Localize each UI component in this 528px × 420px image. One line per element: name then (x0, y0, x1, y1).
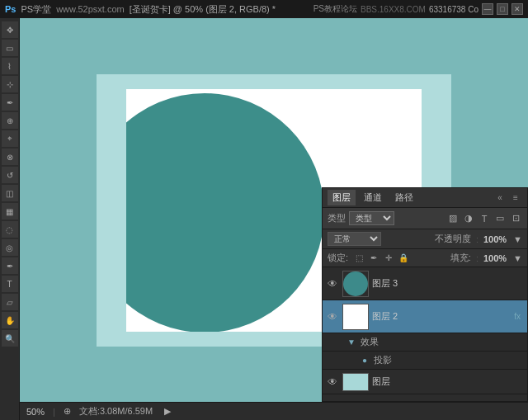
panel-menu-button[interactable]: ≡ (509, 191, 522, 205)
opacity-value: 100% (483, 234, 507, 244)
eyedrop-tool[interactable]: ✒ (2, 94, 18, 111)
layer-item-2[interactable]: 👁 图层 2 fx (323, 300, 527, 333)
effects-label: 效果 (361, 336, 379, 348)
type-filter-icons: ▨ ◑ T ▭ ⊡ (446, 212, 522, 225)
tools-panel: ✥ ▭ ⌇ ⊹ ✒ ⊕ ⌖ ⊗ ↺ ◫ ▦ ◌ ◎ ✒ T ▱ ✋ 🔍 (0, 18, 20, 420)
dodge-tool[interactable]: ◎ (2, 239, 18, 256)
layers-panel-header: 图层 通道 路径 « ≡ (323, 188, 527, 208)
drop-shadow-icon: ● (359, 355, 370, 366)
lock-row: 锁定: ⬚ ✒ ✛ 🔒 填充: : 100% ▼ (323, 249, 527, 267)
status-arrow: ▶ (164, 406, 171, 417)
title-bar-left: Ps PS学堂 www.52psxt.com [圣诞贺卡] @ 50% (图层 … (5, 3, 276, 16)
shape-tool[interactable]: ▱ (2, 294, 18, 310)
gradient-tool[interactable]: ▦ (2, 203, 18, 219)
lock-pixels-icon[interactable]: ✒ (368, 252, 380, 264)
layer-item-1[interactable]: 👁 图层 (323, 370, 527, 394)
fill-arrow-icon: ▼ (513, 253, 522, 263)
title-bar-right: PS教程论坛 BBS.16XX8.COM 63316738 Co — □ ✕ (314, 3, 523, 15)
user-id: 63316738 Co (429, 5, 478, 14)
drop-shadow-label: 投影 (374, 354, 392, 366)
layer-1-visibility-toggle[interactable]: 👁 (326, 375, 339, 389)
fill-label: 填充: (450, 252, 471, 264)
lock-all-icon[interactable]: 🔒 (398, 252, 409, 264)
fill-value: 100% (483, 253, 507, 263)
doc-title: [圣诞贺卡] @ 50% (图层 2, RGB/8) * (130, 3, 276, 16)
tab-layers[interactable]: 图层 (328, 190, 356, 205)
blend-mode-row: 正常 不透明度 : 100% ▼ (323, 229, 527, 249)
layer-item-3[interactable]: 👁 图层 3 (323, 267, 527, 300)
opacity-arrow-icon: ▼ (513, 234, 522, 244)
layer-3-thumbnail (342, 271, 369, 297)
type-filter-label: 类型 (328, 212, 346, 224)
heal-tool[interactable]: ⊕ (2, 112, 18, 129)
title-bar: Ps PS学堂 www.52psxt.com [圣诞贺卡] @ 50% (图层 … (0, 0, 528, 18)
lock-icons-group: ⬚ ✒ ✛ 🔒 (353, 252, 409, 264)
lock-position-icon[interactable]: ✛ (383, 252, 394, 264)
close-button[interactable]: ✕ (512, 3, 523, 15)
layer-type-row: 类型 类型 ▨ ◑ T ▭ ⊡ (323, 208, 527, 229)
app-name: PS学堂 (21, 3, 51, 16)
layer-3-thumb-content (343, 271, 368, 296)
effects-expand-icon[interactable]: ▼ (346, 337, 357, 348)
layers-list[interactable]: 👁 图层 3 👁 图层 2 fx ▼ (323, 267, 527, 401)
layer-1-thumb-content (343, 374, 368, 390)
hand-tool[interactable]: ✋ (2, 312, 18, 328)
zoom-level: 50% (26, 407, 45, 417)
tab-channels[interactable]: 通道 (359, 190, 387, 205)
canvas-area: 50% | ⊕ 文档:3.08M/6.59M ▶ 图层 通道 路径 « ≡ 类型 (20, 18, 528, 420)
status-icon: ⊕ (64, 406, 71, 417)
type-tool[interactable]: T (2, 276, 18, 292)
tab-paths[interactable]: 路径 (390, 190, 418, 205)
site-url: www.52psxt.com (56, 4, 125, 14)
forum-sub: BBS.16XX8.COM (361, 5, 426, 14)
filter-pixel-icon[interactable]: ▨ (446, 212, 460, 225)
panel-icon-group: « ≡ (493, 191, 522, 205)
maximize-button[interactable]: □ (497, 3, 508, 15)
crop-tool[interactable]: ⊹ (2, 76, 18, 92)
forum-name: PS教程论坛 (314, 3, 357, 15)
filter-smart-icon[interactable]: ⊡ (509, 212, 522, 225)
layers-panel: 图层 通道 路径 « ≡ 类型 类型 ▨ ◑ T ▭ ⊡ (322, 187, 528, 402)
doc-size: 文档:3.08M/6.59M (79, 405, 153, 418)
layer-2-visibility-toggle[interactable]: 👁 (326, 310, 339, 323)
brush-tool[interactable]: ⌖ (2, 130, 18, 147)
layer-3-name: 图层 3 (372, 277, 524, 290)
status-bar: 50% | ⊕ 文档:3.08M/6.59M ▶ (20, 402, 528, 420)
layer-2-thumbnail (342, 304, 369, 330)
layer-3-visibility-toggle[interactable]: 👁 (326, 277, 339, 290)
filter-shape-icon[interactable]: ▭ (493, 212, 507, 225)
filter-adjust-icon[interactable]: ◑ (462, 212, 475, 225)
clone-tool[interactable]: ⊗ (2, 149, 18, 165)
lasso-tool[interactable]: ⌇ (2, 58, 18, 74)
filter-type-icon[interactable]: T (478, 212, 491, 225)
select-tool[interactable]: ▭ (2, 40, 18, 56)
layer-2-effects-group[interactable]: ▼ 效果 (323, 333, 527, 352)
main-area: ✥ ▭ ⌇ ⊹ ✒ ⊕ ⌖ ⊗ ↺ ◫ ▦ ◌ ◎ ✒ T ▱ ✋ 🔍 (0, 18, 528, 420)
layer-1-name: 图层 (372, 375, 524, 388)
collapse-panel-button[interactable]: « (493, 191, 507, 205)
blend-mode-select[interactable]: 正常 (328, 232, 381, 246)
pen-tool[interactable]: ✒ (2, 257, 18, 274)
ps-logo: Ps (5, 4, 16, 14)
history-tool[interactable]: ↺ (2, 167, 18, 183)
zoom-tool[interactable]: 🔍 (2, 330, 18, 347)
minimize-button[interactable]: — (482, 3, 493, 15)
status-separator: | (53, 407, 55, 417)
move-tool[interactable]: ✥ (2, 21, 18, 38)
layer-1-thumbnail (342, 373, 369, 391)
eraser-tool[interactable]: ◫ (2, 185, 18, 201)
layer-2-fx-badge: fx (514, 312, 521, 321)
opacity-label: 不透明度 (435, 233, 471, 245)
lock-transparent-icon[interactable]: ⬚ (353, 252, 365, 264)
lock-label: 锁定: (328, 252, 348, 264)
blur-tool[interactable]: ◌ (2, 221, 18, 238)
layer-2-drop-shadow[interactable]: ● 投影 (323, 352, 527, 370)
teal-circle-layer (126, 93, 324, 332)
layer-2-thumb-content (343, 304, 368, 329)
type-filter-select[interactable]: 类型 (349, 211, 394, 225)
layer-2-name: 图层 2 (372, 310, 511, 323)
